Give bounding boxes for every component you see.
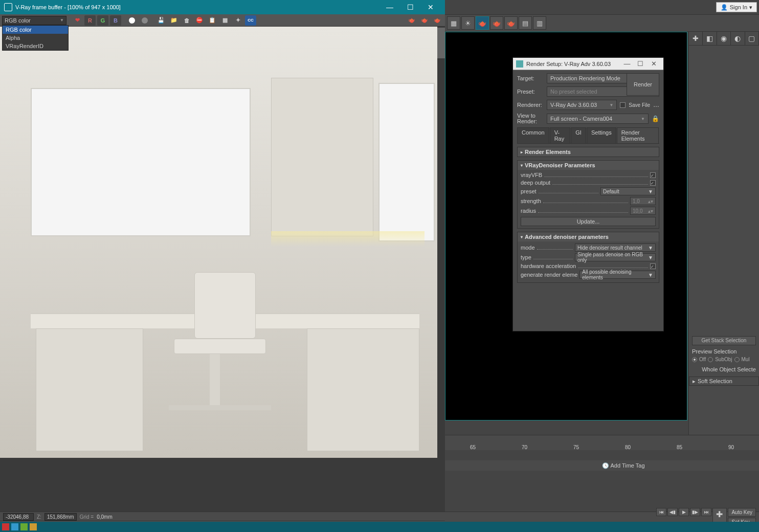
timeline[interactable]: 65 70 75 80 85 90: [445, 435, 759, 450]
mono-grey-icon[interactable]: [139, 15, 150, 26]
savefile-more[interactable]: …: [653, 101, 659, 108]
rgb-link-icon[interactable]: ❤: [72, 15, 83, 26]
toolbar-button[interactable]: ▦: [447, 16, 460, 30]
render-viewport[interactable]: [0, 27, 445, 458]
teapot-icon[interactable]: 🫖: [490, 16, 503, 30]
vrayvfb-check[interactable]: [650, 172, 656, 178]
stack-selection-button[interactable]: Get Stack Selection: [692, 336, 756, 345]
radio-off-label: Off: [699, 357, 706, 362]
view-select[interactable]: Full screen - Camera004▼: [547, 114, 649, 124]
z-label: Z:: [37, 514, 41, 520]
strength-spinner[interactable]: 1,0▴▾: [630, 197, 656, 205]
denoiser-preset-select[interactable]: Default▼: [600, 187, 656, 195]
radio-multi[interactable]: [734, 357, 740, 362]
channel-opt-alpha[interactable]: Alpha: [3, 34, 68, 42]
type-label: type: [521, 254, 531, 260]
scrollbar-thumb[interactable]: [437, 28, 445, 58]
maximize-button[interactable]: ☐: [634, 58, 647, 70]
rs-titlebar[interactable]: Render Setup: V-Ray Adv 3.60.03 — ☐ ✕: [513, 58, 663, 70]
taskbar-icon[interactable]: [11, 523, 18, 530]
add-time-tag[interactable]: 🕓 Add Time Tag: [445, 460, 759, 471]
radio-subobj[interactable]: [708, 357, 713, 362]
b-channel-button[interactable]: B: [110, 15, 121, 26]
x-coord[interactable]: -32046,88: [3, 513, 34, 521]
correction-button[interactable]: CC: [245, 15, 256, 26]
teapot-icon[interactable]: 🫖: [419, 15, 430, 26]
minimize-button[interactable]: —: [620, 58, 634, 70]
autokey-button[interactable]: Auto Key: [728, 508, 756, 517]
rollout-header[interactable]: ▾Advanced denoiser parameters: [518, 232, 659, 241]
teapot-icon[interactable]: 🫖: [504, 16, 518, 30]
folder-icon[interactable]: 📁: [168, 15, 180, 26]
update-button[interactable]: Update...: [521, 217, 656, 226]
preset-label: Preset:: [517, 88, 544, 95]
signin-button[interactable]: 👤 Sign In ▾: [716, 2, 757, 12]
rollout-header[interactable]: ▾VRayDenoiser Parameters: [518, 161, 659, 170]
taskbar-icon[interactable]: [20, 523, 28, 530]
prev-frame-icon[interactable]: ◀▮: [667, 508, 678, 516]
tab-common[interactable]: Common: [517, 127, 549, 143]
scrollbar-vertical[interactable]: [437, 27, 445, 458]
goto-end-icon[interactable]: ⏭: [701, 508, 711, 516]
key-button[interactable]: ✚: [712, 508, 727, 522]
teapot-icon[interactable]: 🫖: [476, 16, 489, 30]
deep-output-check[interactable]: [650, 180, 656, 186]
hw-accel-check[interactable]: [650, 263, 656, 269]
play-icon[interactable]: ▶: [679, 508, 689, 516]
rollout-header[interactable]: ▸Render Elements: [518, 147, 659, 157]
savefile-checkbox[interactable]: [620, 102, 626, 108]
tick: 75: [550, 445, 602, 450]
channel-opt-renderid[interactable]: VRayRenderID: [3, 42, 68, 50]
next-frame-icon[interactable]: ▮▶: [690, 508, 700, 516]
channel-dropdown[interactable]: RGB color ▼: [2, 16, 66, 25]
toolbar-button[interactable]: ☀: [461, 16, 475, 30]
taskbar-icon[interactable]: [30, 523, 37, 530]
type-select[interactable]: Single pass denoise on RGB only▼: [575, 253, 656, 261]
teapot-icon[interactable]: 🫖: [406, 15, 417, 26]
taskbar-icon[interactable]: [2, 523, 9, 530]
save-icon[interactable]: 💾: [155, 15, 167, 26]
close-button[interactable]: ✕: [420, 0, 441, 14]
r-channel-button[interactable]: R: [84, 15, 96, 26]
mono-white-icon[interactable]: [126, 15, 138, 26]
modify-tab-icon[interactable]: ◧: [703, 32, 717, 45]
track-icon[interactable]: ✦: [232, 15, 243, 26]
minimize-button[interactable]: —: [380, 0, 400, 14]
rollout-denoiser: ▾VRayDenoiser Parameters vrayVFB deep ou…: [517, 160, 659, 229]
preview-selection-label: Preview Selection: [692, 348, 756, 354]
soft-selection-rollout[interactable]: ▸Soft Selection: [689, 376, 759, 386]
toolbar-button[interactable]: ▤: [519, 16, 532, 30]
tab-vray[interactable]: V-Ray: [550, 127, 571, 143]
region-icon[interactable]: ▦: [219, 15, 231, 26]
copy-icon[interactable]: 📋: [207, 15, 218, 26]
mode-select[interactable]: Hide denoiser result channel▼: [575, 243, 656, 252]
stop-icon[interactable]: ⛔: [194, 15, 205, 26]
display-tab-icon[interactable]: ▢: [745, 32, 759, 45]
z-coord[interactable]: 151,868mm: [44, 513, 77, 521]
renderer-select[interactable]: V-Ray Adv 3.60.03▼: [547, 100, 617, 110]
render-button[interactable]: Render: [627, 73, 659, 96]
gen-elements-select[interactable]: All possible denoising elements▼: [579, 271, 656, 279]
motion-tab-icon[interactable]: ◐: [731, 32, 745, 45]
grid-label: Grid =: [80, 514, 94, 520]
toolbar-button[interactable]: ▥: [533, 16, 546, 30]
radio-off[interactable]: [692, 357, 697, 362]
tab-gi[interactable]: GI: [571, 127, 586, 143]
rendered-image: [0, 27, 437, 458]
lock-icon[interactable]: 🔒: [652, 115, 659, 122]
vfb-titlebar[interactable]: V-Ray frame buffer - [100% of 947 x 1000…: [0, 0, 445, 14]
g-channel-button[interactable]: G: [97, 15, 108, 26]
teapot-icon[interactable]: 🫖: [432, 15, 443, 26]
clear-icon[interactable]: 🗑: [181, 15, 192, 26]
radius-spinner[interactable]: 10,0▴▾: [630, 207, 656, 215]
whole-object-label: Whole Object Selecte: [692, 366, 756, 372]
rs-title-text: Render Setup: V-Ray Adv 3.60.03: [526, 61, 611, 67]
create-tab-icon[interactable]: ✚: [689, 32, 703, 45]
goto-start-icon[interactable]: ⏮: [656, 508, 666, 516]
close-button[interactable]: ✕: [647, 58, 660, 70]
hierarchy-tab-icon[interactable]: ◉: [717, 32, 731, 45]
tab-render-elements[interactable]: Render Elements: [617, 127, 659, 143]
tab-settings[interactable]: Settings: [587, 127, 616, 143]
channel-opt-rgb[interactable]: RGB color: [3, 26, 68, 34]
maximize-button[interactable]: ☐: [400, 0, 420, 14]
